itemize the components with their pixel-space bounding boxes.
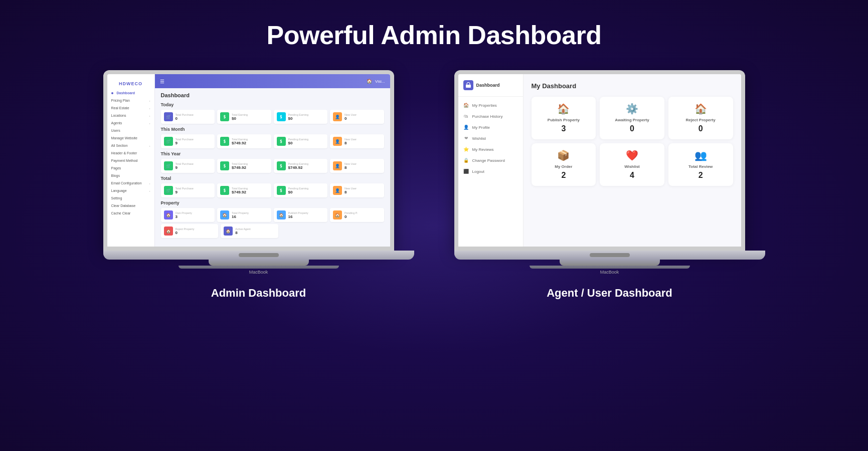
sidebar-item-payment[interactable]: Payment Method (107, 157, 154, 164)
stat-total-newuser: 👤 New User 8 (330, 183, 384, 197)
sidebar-item-setting[interactable]: Setting (107, 194, 154, 202)
profile-nav-icon: 👤 (463, 125, 469, 130)
pend-total-icon: $ (277, 186, 286, 195)
admin-inner: HDWECO Dashboard Pricing Plan › (107, 74, 390, 247)
topbar-right: 🏠 Visi... (367, 79, 385, 84)
user-macbook-label: MacBook (454, 270, 765, 275)
wishlist-stat-label: Wishlist (624, 164, 640, 169)
admin-macbook-label: MacBook (103, 270, 414, 275)
user-laptop-base (454, 251, 765, 260)
sidebar-item-header[interactable]: Header & Footer (107, 149, 154, 157)
user-laptop-stand (560, 260, 660, 266)
stat-total-pending: $ Pending Earning $0 (274, 183, 328, 197)
sidebar-item-realestate[interactable]: Real Estate › (107, 104, 154, 112)
total-review-icon: 👥 (695, 149, 707, 161)
agent-prop-icon: 🏠 (224, 227, 233, 236)
topbar-left: ☰ (160, 79, 164, 84)
admin-base-notch (239, 253, 279, 257)
earn-month-icon: $ (220, 137, 229, 146)
stat-total-purchase: 🛒 Total Purchase 9 (161, 183, 215, 197)
today-stats-row: 🛒 Total Purchase 0 $ Total Ear (161, 110, 384, 124)
sidebar-item-dashboard[interactable]: Dashboard (107, 89, 154, 97)
stat-month-purchase: 🛒 Total Purchase 9 (161, 134, 215, 148)
section-today: Today (161, 102, 384, 107)
prop-pending: 🏠 Pending P. 0 (330, 208, 384, 222)
stat-total-earning: $ Total Earning $749.92 (217, 183, 271, 197)
user-dashboard-label: Agent / User Dashboard (547, 287, 672, 300)
sidebar-item-locations[interactable]: Locations › (107, 112, 154, 119)
svg-rect-0 (466, 85, 471, 88)
user-dashboard-section: Dashboard 🏠 My Properties 🛍 Purchase His… (454, 70, 765, 300)
property-row1: 🏠 Own Property 3 🏠 Total Prop (161, 208, 384, 222)
stat-today-pending: $ Pending Earning $0 (274, 110, 328, 124)
sidebar-item-pages[interactable]: Pages (107, 164, 154, 172)
my-order-label: My Order (555, 164, 572, 169)
user-laptop-foot (530, 266, 690, 269)
user-stats-grid: 🏠 Publish Property 3 ⚙️ Awaiting Propert… (532, 97, 733, 186)
stat-today-purchase: 🛒 Total Purchase 0 (161, 110, 215, 124)
stat-month-earning: $ Total Earning $749.92 (217, 134, 271, 148)
sidebar-item-email[interactable]: Email Configuration › (107, 179, 154, 187)
user-year-icon: 👤 (333, 161, 342, 170)
user-month-icon: 👤 (333, 137, 342, 146)
cart-year-icon: 🛒 (164, 161, 173, 170)
cart-icon: 🛒 (164, 112, 173, 121)
admin-sidebar: HDWECO Dashboard Pricing Plan › (107, 74, 155, 247)
nav-my-properties[interactable]: 🏠 My Properties (458, 100, 523, 111)
user-icon: 👤 (333, 112, 342, 121)
admin-dashboard-section: HDWECO Dashboard Pricing Plan › (103, 70, 414, 300)
wishlist-stat-icon: ❤️ (626, 149, 638, 161)
awaiting-property-icon: ⚙️ (626, 103, 638, 115)
cart-total-icon: 🛒 (164, 186, 173, 195)
user-stat-my-order: 📦 My Order 2 (532, 143, 596, 186)
section-thisyear: This Year (161, 151, 384, 156)
nav-wishlist[interactable]: ❤ Wishlist (458, 133, 523, 144)
hamburger-icon[interactable]: ☰ (160, 79, 164, 84)
property-row2: 🏠 Reject Property 0 🏠 Active (161, 224, 384, 238)
admin-logo: HDWECO (107, 78, 154, 89)
user-base-notch (590, 253, 630, 257)
user-screen: Dashboard 🏠 My Properties 🛍 Purchase His… (454, 70, 745, 251)
nav-change-password[interactable]: 🔒 Change Password (458, 155, 523, 166)
wishlist-nav-icon: ❤ (463, 136, 469, 141)
total-prop-icon: 🏠 (220, 210, 229, 219)
sidebar-item-pricing[interactable]: Pricing Plan › (107, 97, 154, 104)
sidebar-item-blogs[interactable]: Blogs (107, 172, 154, 179)
sidebar-item-allsection[interactable]: All Section › (107, 142, 154, 149)
sidebar-item-cacheclear[interactable]: Cache Clear (107, 209, 154, 217)
nav-my-profile[interactable]: 👤 My Profile (458, 122, 523, 133)
user-main-content: My Dashboard 🏠 Publish Property 3 ⚙️ (524, 74, 741, 247)
earn-year-icon: $ (220, 161, 229, 170)
month-stats-row: 🛒 Total Purchase 9 $ Total Ear (161, 134, 384, 148)
topbar-user: Visi... (375, 79, 385, 84)
stat-year-purchase: 🛒 Total Purchase 9 (161, 159, 215, 173)
admin-topbar: ☰ 🏠 Visi... (155, 74, 390, 88)
nav-logout[interactable]: ⬛ Logout (458, 166, 523, 177)
pend-year-icon: $ (277, 161, 286, 170)
nav-my-reviews[interactable]: ⭐ My Reviews (458, 144, 523, 155)
stat-today-earning: $ Total Earning $0 (217, 110, 271, 124)
user-stat-wishlist: ❤️ Wishlist 4 (600, 143, 664, 186)
own-prop-icon: 🏠 (164, 210, 173, 219)
admin-laptop-foot (179, 266, 339, 269)
user-sidebar-header: Dashboard (458, 80, 523, 97)
nav-purchase-history[interactable]: 🛍 Purchase History (458, 111, 523, 122)
wishlist-stat-value: 4 (630, 171, 634, 180)
sidebar-item-manage[interactable]: Manage Website (107, 134, 154, 142)
home-icon[interactable]: 🏠 (367, 79, 372, 84)
user-laptop: Dashboard 🏠 My Properties 🛍 Purchase His… (454, 70, 765, 275)
admin-main-content: ☰ 🏠 Visi... Dashboard Today (155, 74, 390, 247)
admin-laptop-base (103, 251, 414, 260)
sidebar-item-cleardb[interactable]: Clear Database (107, 202, 154, 209)
sidebar-item-agents[interactable]: Agents › (107, 119, 154, 127)
publish-property-label: Publish Property (548, 118, 580, 122)
pending-icon: $ (277, 112, 286, 121)
prop-reject: 🏠 Reject Property 0 (161, 224, 219, 238)
password-nav-icon: 🔒 (463, 158, 469, 163)
user-sidebar-logo-text: Dashboard (476, 83, 500, 88)
stat-month-pending: $ Pending Earning $0 (274, 134, 328, 148)
sidebar-item-language[interactable]: Language › (107, 187, 154, 194)
sidebar-item-users[interactable]: Users (107, 127, 154, 134)
my-order-value: 2 (561, 171, 566, 180)
prop-spacer (281, 224, 384, 238)
